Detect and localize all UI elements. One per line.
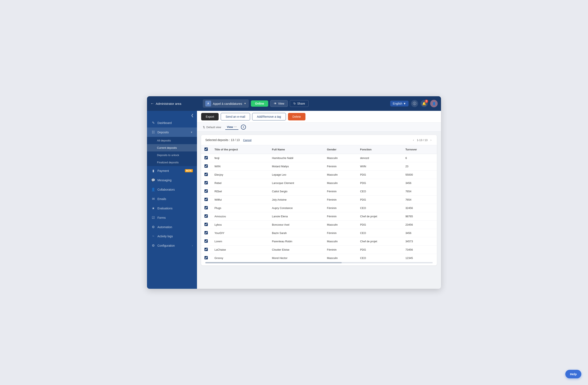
- table-row: YourDIYBazin SarahFémininCEO3456: [201, 229, 437, 237]
- more-options-icon[interactable]: ⋯: [234, 125, 237, 129]
- eye-icon: 👁: [274, 102, 277, 105]
- selection-info: Selected deposits : 13 / 13 Cancel: [205, 138, 252, 142]
- share-button[interactable]: ↻ Share: [290, 100, 308, 107]
- info-button[interactable]: ⓘ: [411, 100, 418, 107]
- cell-name: Cailot Sergio: [269, 187, 324, 196]
- sidebar-item-deposits[interactable]: ☷ Deposits ▼: [147, 128, 197, 137]
- col-fonction: Fonction: [357, 145, 402, 154]
- cell-project: WIIN: [211, 162, 269, 171]
- row-checkbox-cell: [201, 254, 211, 262]
- row-checkbox[interactable]: [205, 248, 208, 251]
- sidebar-item-collaborators[interactable]: 👤 Collaborators: [147, 185, 197, 194]
- row-checkbox[interactable]: [205, 173, 208, 176]
- deposits-table: Title of the project Full Name Gender Fo…: [201, 145, 437, 262]
- sidebar-item-forms[interactable]: ☑ Forms: [147, 213, 197, 222]
- row-checkbox[interactable]: [205, 239, 208, 243]
- sidebar-item-finalized-deposits[interactable]: Finalized deposits: [147, 159, 197, 166]
- cell-gender: Féminin: [324, 212, 357, 221]
- sidebar-item-activity-logs[interactable]: ~ Activity logs: [147, 232, 197, 241]
- cell-fonction: PDG: [357, 221, 402, 229]
- row-checkbox-cell: [201, 162, 211, 171]
- table-row: WIINMotard MailysFémininWIIN23: [201, 162, 437, 171]
- forms-icon: ☑: [151, 216, 155, 220]
- sidebar-item-automation[interactable]: ⚙ Automation: [147, 222, 197, 232]
- cell-fonction: PDG: [357, 171, 402, 179]
- row-checkbox[interactable]: [205, 223, 208, 226]
- sidebar-item-payment[interactable]: ▮ Payment BETA: [147, 166, 197, 175]
- row-checkbox-cell: [201, 246, 211, 254]
- cell-project: REbel: [211, 187, 269, 196]
- back-icon[interactable]: ←: [150, 101, 154, 106]
- online-button[interactable]: Online: [251, 100, 268, 107]
- select-all-header: [201, 145, 211, 154]
- row-checkbox[interactable]: [205, 198, 208, 201]
- sidebar: ❮ ✎ Dashboard ☷ Deposits ▼ All deposits …: [147, 111, 197, 289]
- cell-project: YourDIY: [211, 229, 269, 237]
- cell-project: LaChaise: [211, 246, 269, 254]
- user-avatar[interactable]: 👤: [430, 100, 438, 107]
- row-checkbox-cell: [201, 204, 211, 212]
- row-checkbox[interactable]: [205, 181, 208, 184]
- row-checkbox[interactable]: [205, 231, 208, 234]
- cell-name: Lanoie Elena: [269, 212, 324, 221]
- cell-name: Motard Mailys: [269, 162, 324, 171]
- sidebar-item-evaluations[interactable]: ★ Evaluations: [147, 204, 197, 213]
- tag-button[interactable]: Add/Remove a tag: [252, 113, 286, 120]
- sidebar-item-emails[interactable]: ✉ Emails: [147, 194, 197, 204]
- prev-page-button[interactable]: ‹: [412, 138, 415, 142]
- sidebar-item-deposits-to-unlock[interactable]: Deposits to unlock: [147, 152, 197, 159]
- row-checkbox[interactable]: [205, 256, 208, 259]
- row-checkbox-cell: [201, 154, 211, 162]
- cell-gender: Féminin: [324, 246, 357, 254]
- row-checkbox-cell: [201, 171, 211, 179]
- cancel-selection-link[interactable]: Cancel: [243, 138, 251, 142]
- sidebar-item-messaging[interactable]: 💬 Messaging: [147, 175, 197, 185]
- cell-name: Joly Antoine: [269, 196, 324, 204]
- top-nav-center: A Appel à candidatures ▼ Online 👁 View ↻…: [203, 99, 388, 108]
- view-button[interactable]: 👁 View: [270, 100, 288, 107]
- table-row: RebelLarocque ClementMasculinPDG3456: [201, 179, 437, 187]
- cell-gender: Féminin: [324, 187, 357, 196]
- cell-turnover: 7654: [402, 187, 437, 196]
- selected-count: Selected deposits : 13 / 13: [205, 138, 240, 142]
- send-email-button[interactable]: Send an e-mail: [221, 113, 250, 120]
- row-checkbox[interactable]: [205, 189, 208, 193]
- cell-turnover: 55000: [402, 171, 437, 179]
- top-nav-right: English ▼ ⓘ 🔔 7 👤: [390, 100, 438, 107]
- cell-project: Groovy: [211, 254, 269, 262]
- select-all-checkbox[interactable]: [205, 148, 208, 151]
- sidebar-item-current-deposits[interactable]: Current deposits: [147, 144, 197, 152]
- row-checkbox[interactable]: [205, 206, 208, 209]
- sidebar-payment-label: Payment: [157, 169, 183, 173]
- project-button[interactable]: A Appel à candidatures ▼: [203, 99, 249, 108]
- sidebar-automation-label: Automation: [157, 226, 193, 229]
- payment-icon: ▮: [151, 169, 155, 173]
- notifications-button[interactable]: 🔔 7: [420, 100, 428, 107]
- export-button[interactable]: Export: [201, 113, 219, 120]
- cell-fonction: PDG: [357, 179, 402, 187]
- row-checkbox[interactable]: [205, 164, 208, 168]
- messaging-icon: 💬: [151, 178, 155, 182]
- row-checkbox[interactable]: [205, 214, 208, 218]
- table-row: ElecjoyLepage LeoMasculinPDG55000: [201, 171, 437, 179]
- add-view-button[interactable]: +: [241, 125, 246, 130]
- col-project: Title of the project: [211, 145, 269, 154]
- language-button[interactable]: English ▼: [390, 101, 409, 107]
- row-checkbox[interactable]: [205, 156, 208, 159]
- delete-button[interactable]: Delete: [288, 113, 305, 120]
- view-tab[interactable]: View ⋯: [225, 124, 238, 130]
- sidebar-item-all-deposits[interactable]: All deposits: [147, 137, 197, 144]
- table-row: feojiHamitouche NabilMasculindenozd6: [201, 154, 437, 162]
- cell-gender: Féminin: [324, 229, 357, 237]
- cell-name: Cloutier Eloise: [269, 246, 324, 254]
- cell-turnover: 73456: [402, 246, 437, 254]
- default-view-option[interactable]: ⇅ Default view: [201, 125, 223, 130]
- help-button[interactable]: Help: [565, 370, 581, 378]
- sidebar-item-dashboard[interactable]: ✎ Dashboard: [147, 118, 197, 128]
- scroll-thumb: [205, 262, 342, 263]
- row-checkbox-cell: [201, 187, 211, 196]
- table-row: LybouBoncoeur AxelMasculinPDG23456: [201, 221, 437, 229]
- sidebar-collapse-button[interactable]: ❮: [189, 113, 195, 118]
- sidebar-item-configuration[interactable]: ⚙ Configuration ›: [147, 241, 197, 250]
- next-page-button[interactable]: ›: [429, 138, 433, 142]
